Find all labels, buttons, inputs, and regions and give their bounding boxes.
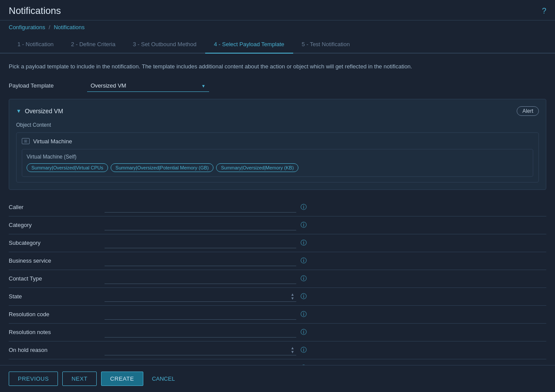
info-icon-category[interactable]: ⓘ bbox=[301, 221, 307, 229]
info-icon-caller[interactable]: ⓘ bbox=[301, 203, 307, 211]
field-row-business-service: Business service ⓘ bbox=[9, 252, 546, 270]
field-row-on-hold-reason: On hold reason ▲▼ ⓘ bbox=[9, 341, 546, 359]
fields-section: Caller ⓘ Category ⓘ Subcategory ⓘ Busine… bbox=[9, 199, 546, 382]
tab-select-payload-template[interactable]: 4 - Select Payload Template bbox=[205, 36, 293, 54]
info-icon-state[interactable]: ⓘ bbox=[301, 293, 307, 301]
info-icon-business-service[interactable]: ⓘ bbox=[301, 257, 307, 265]
tabs-bar: 1 - Notification 2 - Define Criteria 3 -… bbox=[0, 36, 555, 54]
payload-template-label: Payload Template bbox=[9, 82, 87, 89]
alert-badge: Alert bbox=[517, 106, 539, 116]
field-label-caller: Caller bbox=[9, 204, 105, 210]
vm-self-title: Virtual Machine (Self) bbox=[27, 154, 528, 160]
field-label-resolution-code: Resolution code bbox=[9, 311, 105, 318]
field-row-caller: Caller ⓘ bbox=[9, 199, 546, 216]
field-input-contact-type[interactable] bbox=[105, 274, 296, 284]
tab-notification[interactable]: 1 - Notification bbox=[9, 36, 62, 54]
field-row-state: State ▲▼ ⓘ bbox=[9, 288, 546, 306]
cancel-button[interactable]: CANCEL bbox=[148, 372, 179, 385]
main-content: Pick a payload template to include in th… bbox=[0, 54, 555, 382]
template-card-header: ▼ Oversized VM Alert bbox=[16, 106, 539, 116]
field-row-resolution-code: Resolution code ⓘ bbox=[9, 306, 546, 324]
field-label-resolution-notes: Resolution notes bbox=[9, 329, 105, 335]
field-input-business-service[interactable] bbox=[105, 256, 296, 266]
info-icon-on-hold-reason[interactable]: ⓘ bbox=[301, 346, 307, 354]
create-button[interactable]: CREATE bbox=[101, 372, 143, 386]
field-label-contact-type: Contact Type bbox=[9, 275, 105, 282]
vm-icon: ⊞ bbox=[22, 138, 30, 144]
tab-define-criteria[interactable]: 2 - Define Criteria bbox=[62, 36, 124, 54]
tag-potential-memory: Summary|Oversized|Potential Memory (GB) bbox=[111, 163, 213, 172]
field-input-state[interactable] bbox=[105, 291, 296, 302]
tab-set-outbound-method[interactable]: 3 - Set Outbound Method bbox=[124, 36, 205, 54]
breadcrumb-configurations[interactable]: Configurations bbox=[9, 24, 45, 30]
payload-template-row: Payload Template Oversized VM bbox=[9, 80, 546, 92]
breadcrumb: Configurations / Notifications bbox=[0, 20, 555, 34]
vm-title: Virtual Machine bbox=[33, 138, 72, 145]
breadcrumb-separator: / bbox=[49, 24, 51, 30]
vm-section: ⊞ Virtual Machine Virtual Machine (Self)… bbox=[16, 132, 539, 182]
spinner-wrapper-on-hold-reason[interactable]: ▲▼ bbox=[105, 345, 296, 355]
breadcrumb-notifications[interactable]: Notifications bbox=[54, 24, 85, 30]
field-row-contact-type: Contact Type ⓘ bbox=[9, 270, 546, 288]
payload-template-select[interactable]: Oversized VM bbox=[87, 80, 209, 92]
page-header: Notifications ? bbox=[0, 0, 555, 20]
next-button[interactable]: NEXT bbox=[62, 372, 97, 386]
vm-self-section: Virtual Machine (Self) Summary|Oversized… bbox=[22, 149, 533, 177]
description-text: Pick a payload template to include in th… bbox=[9, 62, 546, 71]
field-label-subcategory: Subcategory bbox=[9, 240, 105, 246]
field-input-category[interactable] bbox=[105, 220, 296, 230]
payload-template-select-wrapper[interactable]: Oversized VM bbox=[87, 80, 209, 92]
field-label-state: State bbox=[9, 293, 105, 300]
template-card-title: ▼ Oversized VM bbox=[16, 108, 63, 115]
spinner-arrows-state[interactable]: ▲▼ bbox=[291, 293, 294, 301]
footer: PREVIOUS NEXT CREATE CANCEL bbox=[0, 365, 555, 392]
info-icon-resolution-notes[interactable]: ⓘ bbox=[301, 328, 307, 336]
field-input-subcategory[interactable] bbox=[105, 238, 296, 248]
info-icon-subcategory[interactable]: ⓘ bbox=[301, 239, 307, 247]
field-input-on-hold-reason[interactable] bbox=[105, 345, 296, 355]
tags-row: Summary|Oversized|Virtual CPUs Summary|O… bbox=[27, 163, 528, 172]
previous-button[interactable]: PREVIOUS bbox=[9, 372, 58, 386]
field-row-subcategory: Subcategory ⓘ bbox=[9, 234, 546, 252]
template-card-name: Oversized VM bbox=[25, 108, 63, 115]
tab-test-notification[interactable]: 5 - Test Notification bbox=[293, 36, 359, 54]
field-input-resolution-code[interactable] bbox=[105, 309, 296, 320]
tag-memory-kb: Summary|Oversized|Memory (KB) bbox=[216, 163, 298, 172]
info-icon-contact-type[interactable]: ⓘ bbox=[301, 275, 307, 283]
template-card: ▼ Oversized VM Alert Object Content ⊞ Vi… bbox=[9, 99, 546, 190]
field-row-resolution-notes: Resolution notes ⓘ bbox=[9, 324, 546, 341]
object-content-label: Object Content bbox=[16, 122, 539, 128]
spinner-wrapper-state[interactable]: ▲▼ bbox=[105, 291, 296, 302]
field-row-category: Category ⓘ bbox=[9, 216, 546, 234]
info-icon-resolution-code[interactable]: ⓘ bbox=[301, 311, 307, 318]
chevron-down-icon: ▼ bbox=[16, 108, 21, 114]
field-label-category: Category bbox=[9, 222, 105, 228]
field-input-resolution-notes[interactable] bbox=[105, 327, 296, 338]
vm-header: ⊞ Virtual Machine bbox=[22, 138, 533, 145]
tag-virtual-cpus: Summary|Oversized|Virtual CPUs bbox=[27, 163, 108, 172]
spinner-arrows-on-hold-reason[interactable]: ▲▼ bbox=[291, 346, 294, 354]
field-label-business-service: Business service bbox=[9, 257, 105, 264]
field-input-caller[interactable] bbox=[105, 202, 296, 213]
field-label-on-hold-reason: On hold reason bbox=[9, 347, 105, 353]
help-icon[interactable]: ? bbox=[542, 7, 546, 16]
page-title: Notifications bbox=[9, 5, 61, 17]
